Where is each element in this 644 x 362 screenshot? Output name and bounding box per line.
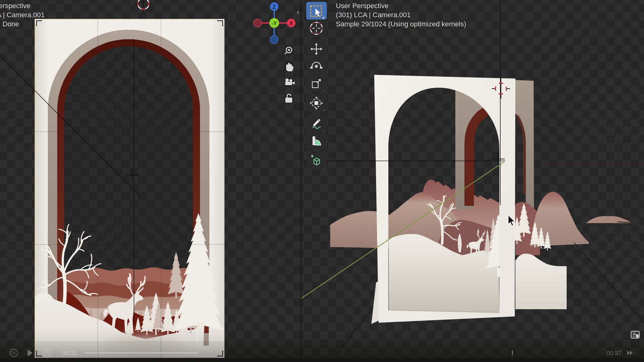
svg-text:Z: Z [273,4,276,10]
svg-text:00:31: 00:31 [62,350,77,356]
svg-text:00:37: 00:37 [607,350,622,356]
svg-text:15: 15 [12,351,16,355]
svg-text:15: 15 [46,351,49,355]
svg-text:X: X [289,20,293,26]
svg-text:-Y: -Y [272,20,277,26]
